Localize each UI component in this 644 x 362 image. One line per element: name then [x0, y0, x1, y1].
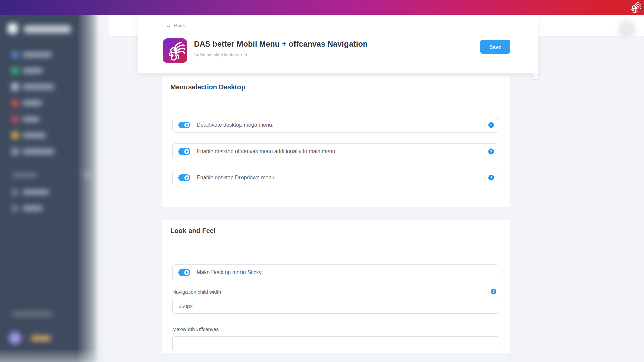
sidebar-item-label	[22, 133, 46, 138]
page-title: DAS better Mobil Menu + offcanvas Naviga…	[194, 40, 368, 49]
section-title: Menuselection Desktop	[162, 76, 510, 91]
field-label: Navigation child width	[172, 289, 221, 295]
sidebar-background	[0, 5, 97, 362]
sidebar-item-icon[interactable]	[11, 51, 19, 58]
sidebar-item-label	[22, 100, 42, 106]
maxwidth-offcanvas-input[interactable]	[172, 336, 499, 351]
back-arrow-icon: ←	[166, 23, 171, 28]
help-icon[interactable]: ?	[488, 148, 494, 154]
toggle-knob	[184, 175, 189, 180]
top-gradient-bar	[0, 0, 644, 15]
sidebar-user-text	[31, 335, 51, 341]
toggle-label: Enable desktop Dropdown menu	[197, 175, 274, 181]
sidebar-footer-text	[12, 312, 53, 316]
sidebar-bottom-fade	[0, 349, 104, 362]
help-icon[interactable]: ?	[491, 289, 496, 294]
sidebar-item-label	[22, 84, 54, 89]
help-icon[interactable]: ?	[488, 175, 494, 180]
field-label: MaxWidth Offcanvas	[172, 326, 219, 332]
toggle-row-sticky-menu: Make Desktop menu Sticky	[172, 264, 499, 280]
app-icon	[163, 38, 187, 63]
toggle-row-enable-dropdown: Enable desktop Dropdown menu ?	[172, 170, 499, 185]
sidebar-edge-fade	[77, 11, 109, 362]
divider	[162, 243, 510, 243]
sidebar-item-icon[interactable]	[11, 67, 19, 74]
back-label: Back	[174, 23, 185, 28]
sidebar-section-action[interactable]	[82, 172, 91, 178]
sidebar-item-icon[interactable]	[11, 99, 19, 107]
toggle-row-enable-offcanvas: Enable desktop offcanvas menu additional…	[172, 143, 499, 159]
phoenix-app-icon	[164, 40, 186, 61]
phoenix-logo-icon	[629, 1, 641, 14]
sidebar-item-label	[22, 149, 54, 154]
section-menuselection-desktop: Menuselection Desktop Deactivate desktop…	[162, 76, 510, 207]
back-button[interactable]: ←Back	[166, 23, 185, 29]
section-title: Look and Feel	[162, 220, 510, 235]
save-button[interactable]: Save	[480, 40, 510, 54]
avatar[interactable]	[9, 332, 21, 344]
sidebar-item-icon[interactable]	[11, 116, 19, 123]
toggle-label: Enable desktop offcanvas menu additional…	[197, 148, 335, 155]
toggle-knob	[184, 123, 189, 127]
sidebar-item-icon[interactable]	[11, 132, 19, 139]
sidebar-blurred	[0, 15, 104, 362]
help-icon[interactable]: ?	[488, 122, 494, 128]
field-label-row: Navigation child width ?	[172, 289, 499, 295]
toggle-switch[interactable]	[178, 269, 190, 276]
field-label-row: MaxWidth Offcanvas	[172, 326, 499, 333]
sidebar-item-icon[interactable]	[11, 148, 19, 155]
sidebar-item-icon[interactable]	[11, 205, 18, 212]
blurred-header-icon	[618, 21, 635, 38]
toggle-knob	[184, 149, 189, 154]
card-footer-strip	[162, 353, 510, 362]
toggle-knob	[184, 270, 189, 275]
navigation-child-width-input[interactable]	[172, 299, 499, 314]
app-byline: by WebdesignHamburg.net	[194, 52, 247, 57]
sidebar-item-icon[interactable]	[11, 83, 19, 90]
toggle-label: Deactivate desktop mega menu.	[197, 122, 273, 128]
sidebar-item-label	[22, 52, 52, 57]
sidebar-item-label	[22, 68, 43, 73]
sidebar-item-label	[22, 206, 43, 211]
sidebar-item-label	[22, 117, 39, 122]
toggle-label: Make Desktop menu Sticky	[197, 269, 262, 276]
toggle-row-deactivate-mega-menu: Deactivate desktop mega menu. ?	[172, 117, 499, 133]
sidebar-item-label	[22, 190, 49, 195]
toggle-switch[interactable]	[178, 174, 190, 181]
divider	[162, 98, 510, 98]
toggle-switch[interactable]	[178, 148, 190, 155]
app-header-panel: ←Back DAS better Mobil Menu + offcanvas …	[138, 15, 538, 73]
scrollbar-thumb[interactable]	[533, 72, 538, 79]
sidebar-section-label	[12, 173, 38, 177]
sidebar-item-icon[interactable]	[11, 189, 18, 196]
sidebar-blur-layer	[0, 15, 104, 362]
section-look-and-feel: Look and Feel Make Desktop menu Sticky N…	[162, 220, 510, 362]
toggle-switch[interactable]	[178, 122, 190, 128]
